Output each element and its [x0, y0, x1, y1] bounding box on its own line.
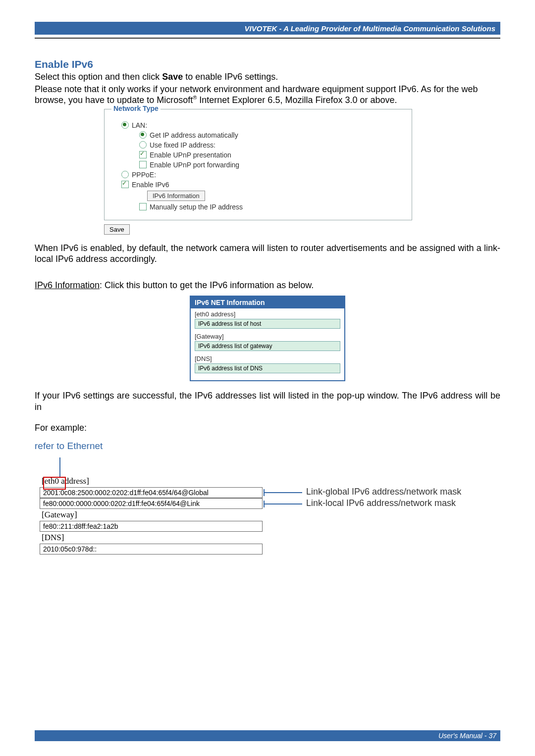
- pppoe-row[interactable]: PPPoE:: [121, 171, 407, 179]
- pppoe-radio[interactable]: [121, 171, 129, 178]
- manual-ip-label: Manually setup the IP address: [150, 203, 243, 211]
- ipv6-info-desc: : Click this button to get the IPv6 info…: [100, 280, 314, 290]
- intro-1b: Save: [162, 72, 183, 82]
- ipv6-info-btn-row: IPv6 Information: [147, 191, 407, 201]
- popup-gw-value: IPv6 address list of gateway: [195, 341, 340, 351]
- local-pointer-line: [264, 504, 302, 504]
- ipv6-net-popup: IPv6 NET Information [eth0 address] IPv6…: [190, 296, 345, 381]
- lan-label: LAN:: [132, 121, 147, 129]
- upnp-port-checkbox[interactable]: [139, 161, 147, 168]
- example-diagram: [eth0 address] 2001:0c08:2500:0002:0202:…: [40, 454, 471, 554]
- header-rule: [35, 38, 500, 39]
- fixed-ip-row[interactable]: Use fixed IP address:: [139, 141, 407, 149]
- pppoe-label: PPPoE:: [132, 171, 156, 179]
- ex-gw-label: [Gateway]: [40, 509, 263, 521]
- manual-ip-row[interactable]: Manually setup the IP address: [139, 203, 407, 211]
- network-type-legend: Network Type: [111, 104, 160, 112]
- intro-line-1: Select this option and then click Save t…: [35, 71, 500, 83]
- for-example-label: For example:: [35, 422, 500, 434]
- ex-eth-label: [eth0 address]: [40, 475, 263, 487]
- auto-ip-radio[interactable]: [139, 131, 147, 139]
- enable-ipv6-label: Enable IPv6: [132, 181, 169, 189]
- eth-highlight-box: [43, 477, 66, 490]
- auto-ip-label: Get IP address automatically: [150, 131, 238, 139]
- intro-line-2: Please note that it only works if your n…: [35, 84, 500, 106]
- ex-gw-val: fe80::211:d8ff:fea2:1a2b: [40, 521, 263, 532]
- footer-text: User's Manual - 37: [438, 732, 496, 740]
- ipv6-popup-title: IPv6 NET Information: [191, 297, 344, 308]
- upnp-port-row[interactable]: Enable UPnP port forwarding: [139, 161, 407, 169]
- auto-ip-row[interactable]: Get IP address automatically: [139, 131, 407, 139]
- upnp-port-label: Enable UPnP port forwarding: [150, 161, 239, 169]
- intro-2b: Internet Explorer 6.5, Mozilla Firefox 3…: [197, 95, 397, 105]
- header-brand: VIVOTEK - A Leading Provider of Multimed…: [245, 24, 495, 33]
- fixed-ip-label: Use fixed IP address:: [150, 141, 215, 149]
- popup-dns-value: IPv6 address list of DNS: [195, 363, 340, 373]
- intro-1c: to enable IPv6 settings.: [183, 72, 278, 82]
- ipv6-info-label: IPv6 Information: [35, 280, 100, 290]
- fixed-ip-radio[interactable]: [139, 141, 147, 149]
- network-type-fieldset: Network Type LAN: Get IP address automat…: [104, 109, 412, 220]
- save-button[interactable]: Save: [104, 224, 130, 235]
- lan-radio[interactable]: [121, 121, 129, 129]
- popup-eth-value: IPv6 address list of host: [195, 319, 340, 329]
- intro-1a: Select this option and then click: [35, 72, 162, 82]
- ex-dns-val: 2010:05c0:978d::: [40, 544, 263, 554]
- local-note: Link-local IPv6 address/network mask: [306, 498, 456, 508]
- eth-pointer-line: [59, 457, 60, 477]
- ipv6-info-line: IPv6 Information: Click this button to g…: [35, 280, 500, 291]
- popup-gw-label: [Gateway]: [191, 331, 344, 340]
- global-note: Link-global IPv6 address/network mask: [306, 487, 461, 497]
- header-band: VIVOTEK - A Leading Provider of Multimed…: [35, 22, 500, 35]
- enable-ipv6-checkbox[interactable]: [121, 181, 129, 188]
- ex-global-addr: 2001:0c08:2500:0002:0202:d1ff:fe04:65f4/…: [40, 487, 263, 498]
- lan-row[interactable]: LAN:: [121, 121, 407, 129]
- refer-ethernet-label: refer to Ethernet: [35, 441, 500, 452]
- upnp-pres-label: Enable UPnP presentation: [150, 151, 231, 159]
- popup-dns-label: [DNS]: [191, 353, 344, 362]
- after-popup-p: If your IPv6 settings are successful, th…: [35, 390, 500, 412]
- upnp-pres-checkbox[interactable]: [139, 151, 147, 158]
- ex-dns-label: [DNS]: [40, 532, 263, 544]
- ipv6-info-button[interactable]: IPv6 Information: [147, 191, 205, 201]
- after-fieldset-p: When IPv6 is enabled, by default, the ne…: [35, 243, 500, 265]
- manual-ip-checkbox[interactable]: [139, 203, 147, 210]
- ex-link-addr: fe80:0000:0000:0000:0202:d1ff:fe04:65f4/…: [40, 498, 263, 509]
- popup-eth-label: [eth0 address]: [191, 308, 344, 318]
- section-title: Enable IPv6: [35, 58, 500, 70]
- upnp-pres-row[interactable]: Enable UPnP presentation: [139, 151, 407, 159]
- enable-ipv6-row[interactable]: Enable IPv6: [121, 181, 407, 189]
- global-pointer-line: [264, 492, 302, 493]
- footer-band: User's Manual - 37: [35, 730, 500, 741]
